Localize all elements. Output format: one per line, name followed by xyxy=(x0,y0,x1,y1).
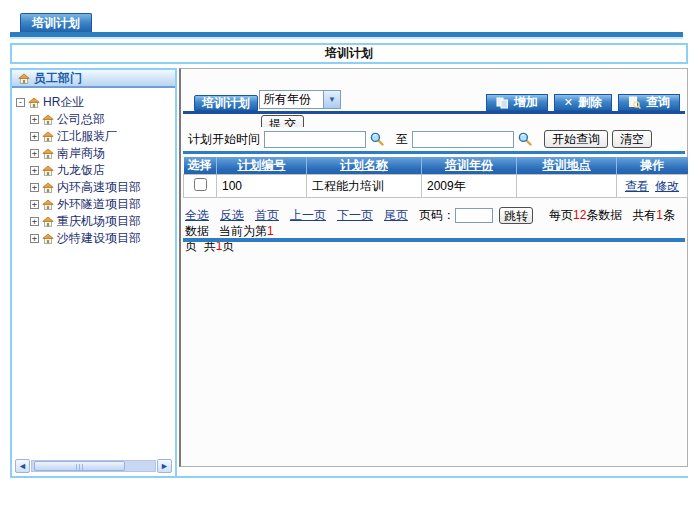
search-row: 计划开始时间 至 开始查询 清空 xyxy=(183,127,685,154)
tree-node-label[interactable]: HR企业 xyxy=(43,94,84,111)
first-page-link[interactable]: 首页 xyxy=(255,208,279,222)
tree-node-hr-root[interactable]: - HR企业 xyxy=(16,94,173,111)
sidebar-header-label: 员工部门 xyxy=(34,70,82,87)
house-icon xyxy=(42,148,54,159)
col-plan-name[interactable]: 计划名称 xyxy=(307,157,422,175)
tree-node-label[interactable]: 江北服装厂 xyxy=(57,128,117,145)
tree-node-dept[interactable]: + 公司总部 xyxy=(30,111,173,128)
table-row: 100 工程能力培训 2009年 查看修改 xyxy=(184,175,688,198)
col-actions: 操作 xyxy=(617,157,688,175)
expand-icon[interactable]: + xyxy=(30,183,39,192)
end-time-input[interactable] xyxy=(412,131,514,148)
tree-node-label[interactable]: 南岸商场 xyxy=(57,145,105,162)
cell-plan-no: 100 xyxy=(217,175,307,198)
tree-node-label[interactable]: 外环隧道项目部 xyxy=(57,196,141,213)
col-select: 选择 xyxy=(184,157,217,175)
tree-node-dept[interactable]: + 沙特建设项目部 xyxy=(30,230,173,247)
table-header-row: 选择 计划编号 计划名称 培训年份 培训地点 操作 xyxy=(184,157,688,175)
date-picker-icon[interactable] xyxy=(518,132,532,146)
add-icon xyxy=(496,97,509,109)
collapse-icon[interactable]: - xyxy=(16,98,25,107)
tree-node-label[interactable]: 公司总部 xyxy=(57,111,105,128)
pagination: 全选反选首页上一页下一页尾页页码：跳转每页12条数据共有1条数据当前为第1 页 … xyxy=(185,207,683,254)
modify-link[interactable]: 修改 xyxy=(655,179,679,193)
page-number-input[interactable] xyxy=(455,208,493,223)
start-query-button[interactable]: 开始查询 xyxy=(544,130,608,148)
col-plan-no[interactable]: 计划编号 xyxy=(217,157,307,175)
scroll-right-button[interactable]: ► xyxy=(157,459,172,473)
next-page-link[interactable]: 下一页 xyxy=(337,208,373,222)
row-checkbox[interactable] xyxy=(194,178,207,191)
scrollbar-track[interactable] xyxy=(31,460,156,472)
year-filter-value: 所有年份 xyxy=(260,91,323,108)
tree-node-label[interactable]: 九龙饭店 xyxy=(57,162,105,179)
expand-icon[interactable]: + xyxy=(30,132,39,141)
invert-select-link[interactable]: 反选 xyxy=(220,208,244,222)
last-page-link[interactable]: 尾页 xyxy=(384,208,408,222)
query-button[interactable]: 查询 xyxy=(618,94,680,111)
year-filter-select[interactable]: 所有年份 ▼ xyxy=(259,90,341,109)
app-window: 培训计划 培训计划 员工部门 - HR企业 + 公司总部 + 江北 xyxy=(0,0,700,508)
start-time-input[interactable] xyxy=(264,131,366,148)
tree-node-label[interactable]: 内环高速项目部 xyxy=(57,179,141,196)
date-picker-icon[interactable] xyxy=(370,132,384,146)
expand-icon[interactable]: + xyxy=(30,115,39,124)
expand-icon[interactable]: + xyxy=(30,217,39,226)
top-nav-tab-training-plan[interactable]: 培训计划 xyxy=(20,13,92,32)
house-icon xyxy=(42,233,54,244)
house-icon xyxy=(42,165,54,176)
house-icon xyxy=(42,216,54,227)
expand-icon[interactable]: + xyxy=(30,149,39,158)
house-icon xyxy=(42,199,54,210)
expand-icon[interactable]: + xyxy=(30,166,39,175)
tree-node-dept[interactable]: + 内环高速项目部 xyxy=(30,179,173,196)
jump-button[interactable]: 跳转 xyxy=(499,207,533,224)
tree-node-label[interactable]: 重庆机场项目部 xyxy=(57,213,141,230)
clear-button[interactable]: 清空 xyxy=(612,130,652,148)
house-icon xyxy=(42,114,54,125)
plan-tab-button[interactable]: 培训计划 xyxy=(194,95,258,111)
view-link[interactable]: 查看 xyxy=(625,179,649,193)
cell-plan-name: 工程能力培训 xyxy=(307,175,422,198)
start-time-label: 计划开始时间 xyxy=(188,131,260,148)
tree-node-dept[interactable]: + 九龙饭店 xyxy=(30,162,173,179)
top-divider-bar xyxy=(10,32,683,39)
expand-icon[interactable]: + xyxy=(30,200,39,209)
house-icon xyxy=(28,97,40,108)
select-all-link[interactable]: 全选 xyxy=(185,208,209,222)
to-label: 至 xyxy=(396,131,408,148)
add-button[interactable]: 增加 xyxy=(486,94,548,111)
horizontal-scrollbar[interactable]: ◄ ► xyxy=(15,459,172,473)
tree-node-dept[interactable]: + 重庆机场项目部 xyxy=(30,213,173,230)
per-page-info: 每页12条数据 xyxy=(549,208,622,222)
chevron-down-icon[interactable]: ▼ xyxy=(323,91,340,108)
current-page-info: 当前为第1 xyxy=(219,224,274,238)
tree-node-dept[interactable]: + 南岸商场 xyxy=(30,145,173,162)
house-icon xyxy=(42,182,54,193)
page-no-label: 页码： xyxy=(419,208,455,222)
plans-table: 选择 计划编号 计划名称 培训年份 培训地点 操作 100 工程能力培训 200… xyxy=(183,157,688,198)
toolbar-underline xyxy=(183,111,685,114)
sidebar: 员工部门 - HR企业 + 公司总部 + 江北服装厂 + 南岸商场 xyxy=(10,68,177,478)
outer-bottom-border xyxy=(10,476,688,478)
tree-node-label[interactable]: 沙特建设项目部 xyxy=(57,230,141,247)
department-home-icon xyxy=(18,73,30,84)
scroll-left-button[interactable]: ◄ xyxy=(15,459,30,473)
delete-button[interactable]: ✕ 删除 xyxy=(554,94,612,111)
scrollbar-thumb[interactable] xyxy=(34,461,125,471)
pager-divider-bar xyxy=(183,238,685,242)
tree-node-dept[interactable]: + 外环隧道项目部 xyxy=(30,196,173,213)
house-icon xyxy=(42,131,54,142)
expand-icon[interactable]: + xyxy=(30,234,39,243)
query-icon xyxy=(628,96,641,109)
department-tree: - HR企业 + 公司总部 + 江北服装厂 + 南岸商场 + xyxy=(12,88,175,247)
sidebar-header: 员工部门 xyxy=(12,70,175,88)
delete-icon: ✕ xyxy=(564,96,573,109)
tree-node-dept[interactable]: + 江北服装厂 xyxy=(30,128,173,145)
query-button-label: 查询 xyxy=(646,94,670,111)
col-location[interactable]: 培训地点 xyxy=(517,157,617,175)
prev-page-link[interactable]: 上一页 xyxy=(290,208,326,222)
page-title: 培训计划 xyxy=(10,43,688,64)
col-year[interactable]: 培训年份 xyxy=(422,157,517,175)
cell-year: 2009年 xyxy=(422,175,517,198)
